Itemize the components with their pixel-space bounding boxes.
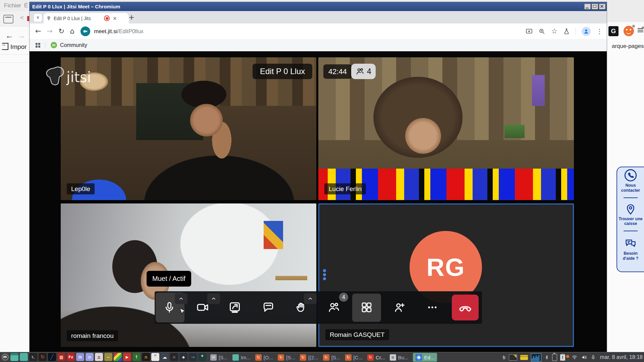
chevron-left-icon[interactable]: <	[20, 14, 24, 21]
taskbar-window[interactable]: ✉[S...	[210, 354, 228, 361]
participant-count-pill[interactable]: 4	[351, 64, 376, 79]
import-bookmarks-item[interactable]: Impor	[2, 43, 30, 51]
screen-share-button[interactable]	[224, 296, 246, 318]
pipe-tool-icon[interactable]: ~	[104, 353, 112, 361]
timeshift-icon[interactable]: ↻	[39, 353, 47, 361]
quotes-app-icon[interactable]: ”	[151, 353, 159, 361]
software-update-icon[interactable]: ↑	[132, 353, 141, 361]
qr-app-icon[interactable]: ▦	[57, 353, 65, 361]
profile-avatar[interactable]	[582, 27, 591, 36]
menu-fichier[interactable]: Fichier	[4, 2, 21, 9]
tab-search-button[interactable]: ∨	[34, 13, 42, 22]
bookmark-star-icon[interactable]: ☆	[551, 27, 557, 35]
pattern-app-icon[interactable]: ×	[170, 353, 178, 361]
keyboard-layout-indicator[interactable]: fr	[503, 355, 506, 360]
mouse-cursor	[178, 307, 186, 317]
url-path: /EditP0llux	[117, 28, 144, 34]
pointer-tool-icon[interactable]: →	[189, 353, 197, 361]
file-manager-icon[interactable]	[20, 353, 28, 361]
speaker-icon[interactable]	[581, 354, 588, 360]
clock[interactable]: mar. 8 avril, 18:18	[600, 354, 643, 360]
forward-arrow-icon[interactable]: →	[17, 31, 25, 40]
taskbar-window[interactable]: ↻[O...	[255, 354, 273, 361]
flask-icon[interactable]	[563, 28, 570, 35]
find-branch-link[interactable]: Trouver une caisse	[617, 217, 644, 227]
contact-link[interactable]: Nous contacter	[617, 183, 644, 193]
paint-icon[interactable]: ╱	[48, 353, 56, 361]
taskbar-window[interactable]: ↻[S...	[323, 354, 340, 361]
chat-button[interactable]	[257, 296, 279, 318]
video-tile-romain-gasquet[interactable]: RG Romain GASQUET	[318, 203, 574, 347]
media-player-icon[interactable]: ▶	[123, 353, 131, 361]
firefox-menubar: Fichier É	[0, 0, 30, 11]
address-bar[interactable]: meet.jit.si/EditP0llux	[80, 25, 521, 37]
library-icon[interactable]	[3, 15, 13, 23]
invite-button[interactable]	[388, 296, 411, 318]
mic-options-chevron[interactable]	[175, 293, 187, 304]
maximize-button[interactable]	[592, 4, 598, 9]
extension-g-icon[interactable]: G	[608, 26, 619, 36]
filezilla-icon[interactable]: Fz	[67, 353, 75, 361]
camera-permission-icon[interactable]	[80, 26, 90, 36]
cloud-app-icon[interactable]: ☁	[161, 353, 169, 361]
kebab-menu-icon[interactable]: ⋮	[596, 27, 603, 35]
apps-grid-icon[interactable]	[36, 43, 40, 48]
jitsi-watermark[interactable]: jitsi	[44, 66, 115, 89]
cast-icon[interactable]	[526, 28, 533, 35]
reload-icon[interactable]: ↻	[58, 27, 64, 35]
mint-menu-icon[interactable]: m	[1, 353, 9, 361]
active-tab[interactable]: Edit P 0 Llux | Jits ×	[44, 13, 129, 23]
battery-icon[interactable]	[552, 354, 557, 361]
close-button[interactable]	[599, 4, 605, 9]
back-arrow-icon[interactable]: ←	[5, 31, 13, 40]
bluetooth-icon[interactable]	[544, 354, 549, 360]
vector-app-icon[interactable]: ◆	[179, 353, 187, 361]
camera-options-chevron[interactable]	[207, 293, 220, 304]
notification-dot	[632, 25, 635, 27]
mic-tray-icon[interactable]	[591, 354, 596, 360]
wallet-icon[interactable]	[520, 355, 528, 360]
help-link[interactable]: Besoin d'aide ?	[617, 251, 644, 261]
extension-face-icon[interactable]	[624, 26, 634, 36]
display-tool-icon[interactable]	[509, 354, 517, 361]
system-tray: fr ! mar. 8 avril, 18:18	[503, 352, 643, 362]
color-picker-icon[interactable]	[114, 353, 122, 361]
taskbar-window-active[interactable]: Ed...	[413, 353, 437, 362]
phone-circle-icon	[624, 169, 637, 182]
tile-view-button[interactable]	[356, 296, 378, 318]
back-icon[interactable]: ←	[35, 27, 41, 35]
mail-icon[interactable]: ✉	[76, 353, 84, 361]
notes-icon[interactable]: ≡	[86, 353, 94, 361]
hamburger-menu-icon[interactable]	[638, 28, 643, 33]
more-options-button[interactable]	[421, 296, 443, 318]
tab-close-icon[interactable]: ×	[113, 15, 117, 21]
taskbar-window[interactable]: ↻[(2...	[300, 354, 318, 361]
taskbar-window[interactable]: Im...	[232, 354, 251, 361]
audio-player-icon[interactable]: ∩	[142, 353, 150, 361]
clipboard-icon[interactable]: !	[560, 354, 565, 361]
wifi-icon[interactable]	[571, 355, 578, 360]
recording-indicator-icon	[104, 15, 110, 21]
taskbar-window[interactable]: ↻[C...	[345, 354, 363, 361]
bookmark-community[interactable]: Community	[60, 42, 87, 48]
menu-edition-partial[interactable]: É	[24, 2, 28, 9]
taskbar: m $_ ↻ ╱ ▦ Fz ✉ ≡ ± ~ ▶ ↑ ∩ ” ☁ × ◆ → * …	[0, 352, 644, 362]
taskbar-window[interactable]: ≣Bu...	[390, 354, 409, 361]
network-app-icon[interactable]: *	[198, 353, 206, 361]
new-tab-button[interactable]: +	[127, 13, 136, 21]
terminal-icon[interactable]: $_	[29, 353, 37, 361]
folder-window-icon	[232, 354, 239, 361]
forward-icon[interactable]: →	[47, 27, 53, 35]
home-icon[interactable]: ⌂	[70, 27, 74, 35]
show-desktop-icon[interactable]	[10, 353, 18, 361]
taskbar-window[interactable]: ↻Cr...	[367, 354, 385, 361]
window-titlebar[interactable]: Edit P 0 Llux | Jitsi Meet – Chromium	[30, 2, 607, 11]
taskbar-window[interactable]: ↻[S...	[278, 354, 295, 361]
minimize-button[interactable]	[584, 4, 591, 9]
jitsi-favicon	[46, 16, 51, 21]
hangup-button[interactable]	[452, 295, 479, 320]
hand-options-chevron[interactable]	[304, 293, 317, 304]
system-monitor-icon[interactable]	[531, 353, 541, 362]
zoom-icon[interactable]	[538, 28, 545, 35]
calculator-icon[interactable]: ±	[95, 353, 103, 361]
